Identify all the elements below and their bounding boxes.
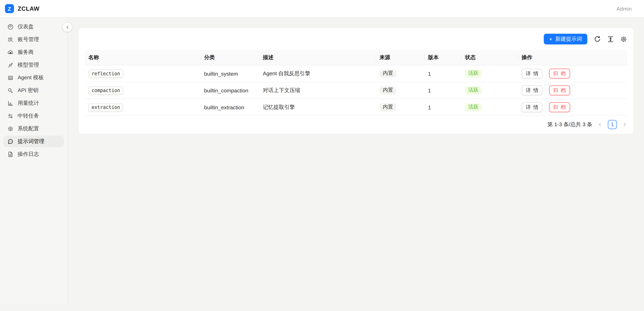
archive-button[interactable]: 归档 [549, 102, 570, 112]
source-tag: 内置 [380, 86, 396, 95]
robot-icon [7, 75, 14, 81]
bar-chart-icon [7, 100, 14, 106]
sidebar-item-operation-logs[interactable]: 操作日志 [3, 148, 64, 160]
plus-icon: + [549, 36, 552, 42]
table-header-row: 名称 分类 描述 来源 版本 状态 操作 [85, 50, 627, 65]
column-header-version: 版本 [425, 50, 462, 65]
status-badge: 活跃 [465, 103, 482, 112]
table-toolbar: + 新建提示词 [85, 33, 627, 50]
pagination: 第 1-3 条/总共 3 条 1 [85, 116, 627, 129]
admin-user-menu[interactable]: Admin [616, 6, 632, 12]
chevron-left-icon [598, 122, 602, 127]
chevron-left-icon [65, 25, 70, 29]
column-header-description: 描述 [260, 50, 376, 65]
status-badge: 活跃 [465, 86, 482, 95]
prompt-name-badge: extraction [88, 103, 124, 111]
table-row: extraction builtin_extraction 记忆提取引擎 内置 … [85, 99, 627, 116]
prompt-version: 1 [425, 99, 462, 116]
cloud-server-icon [7, 49, 14, 55]
reload-icon [594, 36, 601, 43]
new-prompt-button[interactable]: + 新建提示词 [544, 34, 587, 44]
chevron-right-icon [622, 122, 627, 127]
column-header-source: 来源 [376, 50, 425, 65]
sidebar-item-models[interactable]: 模型管理 [3, 59, 64, 71]
prompt-name-badge: reflection [88, 70, 124, 78]
gear-icon [7, 126, 14, 132]
column-header-category: 分类 [201, 50, 260, 65]
status-badge: 活跃 [465, 69, 482, 78]
prompt-table: 名称 分类 描述 来源 版本 状态 操作 reflection builtin_ [85, 50, 627, 116]
source-tag: 内置 [380, 103, 396, 112]
pagination-summary: 第 1-3 条/总共 3 条 [548, 121, 592, 128]
sidebar-item-system-config[interactable]: 系统配置 [3, 123, 64, 134]
sidebar-item-label: 服务商 [18, 49, 34, 56]
sidebar: 仪表盘 账号管理 服务商 模型管理 Agent 模板 API 密钥 [0, 18, 68, 304]
prompt-description: 对话上下文压缩 [260, 82, 376, 99]
sidebar-item-api-keys[interactable]: API 密钥 [3, 85, 64, 96]
new-prompt-label: 新建提示词 [555, 35, 582, 43]
next-page-button[interactable] [622, 122, 627, 127]
prompt-category: builtin_compaction [201, 82, 260, 99]
sidebar-item-label: 模型管理 [18, 61, 39, 69]
sidebar-item-dashboard[interactable]: 仪表盘 [3, 21, 64, 33]
sidebar-item-label: 提示词管理 [18, 138, 44, 145]
brand-logo-icon: Z [5, 4, 14, 13]
prompt-category: builtin_system [201, 65, 260, 82]
reload-button[interactable] [594, 36, 601, 43]
source-tag: 内置 [380, 69, 396, 78]
sidebar-item-label: 系统配置 [18, 125, 39, 132]
sidebar-item-prompt-management[interactable]: 提示词管理 [3, 136, 64, 147]
prompt-version: 1 [425, 65, 462, 82]
sidebar-item-label: 中转任务 [18, 112, 39, 120]
sidebar-item-relay-tasks[interactable]: 中转任务 [3, 110, 64, 122]
main-content: + 新建提示词 [68, 18, 644, 304]
prompt-description: Agent 自我反思引擎 [260, 65, 376, 82]
brand: Z ZCLAW [5, 4, 40, 13]
prompt-category: builtin_extraction [201, 99, 260, 116]
sidebar-item-usage-stats[interactable]: 用量统计 [3, 97, 64, 109]
plug-icon [7, 62, 14, 68]
page-number-1[interactable]: 1 [608, 120, 617, 129]
detail-button[interactable]: 详情 [522, 102, 543, 112]
swap-icon [7, 113, 14, 119]
table-row: compaction builtin_compaction 对话上下文压缩 内置… [85, 82, 627, 99]
prompt-name-badge: compaction [88, 86, 124, 95]
key-icon [7, 87, 14, 94]
sidebar-item-label: 账号管理 [18, 36, 39, 43]
app-root: Z ZCLAW Admin 仪表盘 账号管理 服务商 模型管理 [0, 0, 644, 304]
prompt-description: 记忆提取引擎 [260, 99, 376, 116]
sidebar-item-label: API 密钥 [18, 87, 38, 94]
detail-button[interactable]: 详情 [522, 86, 543, 95]
sidebar-item-label: 用量统计 [18, 100, 39, 107]
sidebar-item-providers[interactable]: 服务商 [3, 46, 64, 58]
sidebar-item-accounts[interactable]: 账号管理 [3, 34, 64, 45]
users-icon [7, 36, 14, 43]
dashboard-icon [7, 24, 14, 30]
file-icon [7, 151, 14, 157]
top-bar: Z ZCLAW Admin [0, 0, 644, 18]
archive-button[interactable]: 归档 [549, 69, 570, 79]
sidebar-collapse-button[interactable] [63, 23, 72, 32]
detail-button[interactable]: 详情 [522, 69, 543, 79]
prompt-version: 1 [425, 82, 462, 99]
settings-gear-icon [620, 36, 627, 43]
brand-name: ZCLAW [18, 5, 40, 12]
column-settings-button[interactable] [620, 36, 627, 43]
sidebar-item-label: 仪表盘 [18, 23, 34, 31]
column-header-name: 名称 [85, 50, 201, 65]
sidebar-item-agent-templates[interactable]: Agent 模板 [3, 72, 64, 83]
table-row: reflection builtin_system Agent 自我反思引擎 内… [85, 65, 627, 82]
sidebar-item-label: Agent 模板 [18, 74, 44, 81]
sidebar-item-label: 操作日志 [18, 150, 39, 158]
message-icon [7, 138, 14, 144]
prompt-table-card: + 新建提示词 [78, 28, 634, 134]
column-header-status: 状态 [462, 50, 518, 65]
prev-page-button[interactable] [598, 122, 602, 127]
column-header-actions: 操作 [518, 50, 627, 65]
archive-button[interactable]: 归档 [549, 86, 570, 95]
table-density-button[interactable] [607, 36, 614, 43]
column-height-icon [607, 36, 614, 43]
